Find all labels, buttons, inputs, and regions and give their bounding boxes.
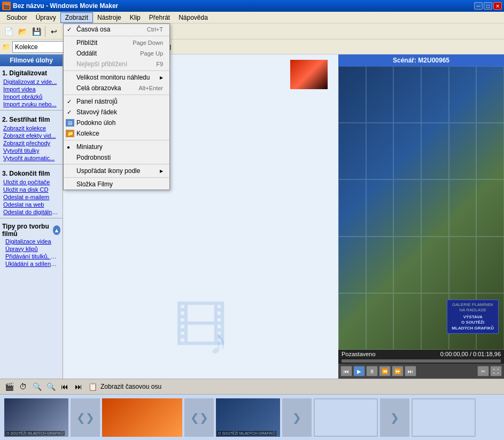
ctrl-prev-start[interactable]: ⏮ <box>340 366 352 376</box>
sidebar-tips: Tipy pro tvorbu filmů ▲ Digitalizace vid… <box>0 221 63 270</box>
ctrl-next-end[interactable]: ⏭ <box>405 366 416 376</box>
timeline-btn-1[interactable]: 🎬 <box>3 381 15 392</box>
sidebar-section-1: 1. Digitalizovat <box>0 66 63 78</box>
sidebar-link-odeslat-web[interactable]: Odeslat na web <box>0 201 63 208</box>
ctrl-fullscreen[interactable]: ⛶ <box>490 366 502 376</box>
casova-osa-shortcut: Ctrl+T <box>147 26 163 33</box>
ctrl-pause[interactable]: ⏸ <box>366 366 378 376</box>
ctrl-play[interactable]: ▶ <box>353 366 365 376</box>
collection-value: Kolekce <box>15 43 38 51</box>
dropdown-sep-1 <box>64 36 169 36</box>
timeline-thumb-3[interactable]: O SOUTĚŽI MLADÝCH GRAFIKŮ <box>216 398 280 437</box>
timeline-btn-zoom-out[interactable]: 🔍 <box>31 381 43 392</box>
menu-soubor[interactable]: Soubor <box>2 12 32 23</box>
sidebar-link-import-obrazku[interactable]: Import obrázků <box>0 93 63 100</box>
sidebar-link-zobrazit-efekty[interactable]: Zobrazit efekty vid... <box>0 132 63 139</box>
menu-podokno-uloh[interactable]: ▤ Podokno úloh <box>64 117 169 128</box>
menu-cela-obrazovka[interactable]: Celá obrazovka Alt+Enter <box>64 83 169 93</box>
timeline-btn-zoom-in[interactable]: 🔍 <box>45 381 57 392</box>
menu-miniatury[interactable]: Miniatury <box>64 142 169 152</box>
timeline-btn-next[interactable]: ⏭ <box>73 381 84 392</box>
ctrl-prev-frame[interactable]: ⏪ <box>379 366 391 376</box>
tips-link-digitalizace[interactable]: Digitalizace videa <box>2 238 60 245</box>
preview-progress-bar[interactable] <box>342 359 501 363</box>
menu-nastroje[interactable]: Nástroje <box>93 12 126 23</box>
sidebar-link-import-zvuku[interactable]: Import zvuku nebo... <box>0 100 63 108</box>
thumb-label-1: O SOUTĚŽI MLADÝCH GRAFIKŮ <box>5 431 65 436</box>
menu-nejlepsi: Nejlepší přiblížení F9 <box>64 59 169 69</box>
storyboard-toggle[interactable]: 📋 <box>87 381 98 392</box>
dropdown-sep-6 <box>64 177 169 178</box>
sidebar-link-vytvorit-auto[interactable]: Vytvořit automatic... <box>0 154 63 162</box>
dropdown-sep-2 <box>64 70 169 71</box>
sidebar-link-zobrazit-prechody[interactable]: Zobrazit přechody <box>0 139 63 147</box>
menu-zobrazit[interactable]: Zobrazit <box>60 12 93 23</box>
menu-priblizit[interactable]: Přiblížit Page Down <box>64 37 169 48</box>
sidebar-link-odeslat-email[interactable]: Odeslat e-mailem <box>0 193 63 201</box>
sidebar-link-digitalizovat-vide[interactable]: Digitalizovat z vide... <box>0 78 63 85</box>
preview-sign: GALERIE PLAMÍNEK NA RADLASE VÝSTAVA O SO… <box>447 300 499 334</box>
open-button[interactable]: 📂 <box>16 25 29 38</box>
title-bar-text: Bez názvu - Windows Movie Maker <box>13 2 118 10</box>
menu-oddalit[interactable]: Oddálit Page Up <box>64 48 169 59</box>
window-cell <box>338 123 366 179</box>
save-button[interactable]: 💾 <box>30 25 43 38</box>
menu-stavovy-radek[interactable]: Stavový řádek <box>64 107 169 117</box>
window-cell <box>421 66 449 123</box>
menu-slozka-filmy[interactable]: Složka Filmy <box>64 179 169 190</box>
window-cell <box>338 293 366 350</box>
oddalit-shortcut: Page Up <box>140 50 163 57</box>
bottom-toolbar: 🎬 ⏱ 🔍 🔍 ⏮ ⏭ 📋 Zobrazit časovou osu <box>0 379 504 395</box>
ctrl-split[interactable]: ✂ <box>477 366 489 376</box>
panel-label: Panel nástrojů <box>76 98 118 105</box>
window-cell <box>476 123 504 179</box>
tips-link-ukladani[interactable]: Ukládání a sdílení filmů <box>2 260 60 268</box>
nejlepsi-label: Nejlepší přiblížení <box>76 60 127 68</box>
tips-title: Tipy pro tvorbu filmů <box>2 223 53 238</box>
oddalit-label: Oddálit <box>76 50 97 57</box>
timeline-btn-2[interactable]: ⏱ <box>17 381 29 392</box>
collection-label: 📁 <box>2 43 10 51</box>
menu-upravy[interactable]: Úpravy <box>32 12 60 23</box>
sidebar-divider-1 <box>0 110 63 111</box>
minimize-button[interactable]: ─ <box>474 2 483 10</box>
menu-usporadat[interactable]: Uspořádat ikony podle <box>64 166 169 176</box>
maximize-button[interactable]: □ <box>484 2 492 10</box>
sign-line1: VÝSTAVA <box>452 315 494 320</box>
zobrazit-dropdown: Časová osa Ctrl+T Přiblížit Page Down Od… <box>63 23 170 190</box>
menu-panel-nastroju[interactable]: Panel nástrojů <box>64 96 169 107</box>
window-cell <box>449 237 477 293</box>
preview-panel: Scénář: M2U00965 <box>338 54 504 379</box>
window-cell <box>449 179 477 236</box>
sidebar-link-import-videa[interactable]: Import videa <box>0 85 63 93</box>
undo-button[interactable]: ↩ <box>48 25 60 38</box>
tips-link-pridavani[interactable]: Přidávání titulků, efektů a přechodů <box>2 253 60 260</box>
tips-link-upravy[interactable]: Úpravy klipů <box>2 245 60 253</box>
preview-video: GALERIE PLAMÍNEK NA RADLASE VÝSTAVA O SO… <box>338 66 504 350</box>
slozka-label: Složka Filmy <box>76 180 113 188</box>
casova-osa-label: Časová osa <box>76 26 110 33</box>
sidebar-link-ulozit-pocitace[interactable]: Uložit do počítače <box>0 178 63 186</box>
close-button[interactable]: ✕ <box>493 2 502 10</box>
timeline-empty-2 <box>412 398 476 437</box>
podokno-label: Podokno úloh <box>76 119 115 127</box>
timeline-thumb-2[interactable] <box>102 398 182 437</box>
timeline-thumb-1[interactable]: O SOUTĚŽI MLADÝCH GRAFIKŮ <box>4 398 68 437</box>
menu-kolekce-item[interactable]: 📁 Kolekce <box>64 128 169 139</box>
new-button[interactable]: 📄 <box>2 25 15 38</box>
menu-napoveda[interactable]: Nápověda <box>174 12 212 23</box>
menu-velikost-monitoru[interactable]: Velikost monitoru náhledu <box>64 72 169 83</box>
menu-klip[interactable]: Klip <box>126 12 145 23</box>
window-cell <box>421 179 449 236</box>
timeline-arrow-4: ❯ <box>380 398 409 437</box>
sidebar-link-zobrazit-kolekce[interactable]: Zobrazit kolekce <box>0 124 63 132</box>
menu-casova-osa[interactable]: Časová osa Ctrl+T <box>64 24 169 35</box>
menu-podrobnosti[interactable]: Podrobnosti <box>64 152 169 163</box>
ctrl-next-frame[interactable]: ⏩ <box>392 366 404 376</box>
sidebar-link-ulozit-cd[interactable]: Uložit na disk CD <box>0 186 63 193</box>
sidebar-link-vytvorit-titulky[interactable]: Vytvořit titulky <box>0 147 63 154</box>
sidebar-link-odeslat-kamera[interactable]: Odeslat do digitální videokamery <box>0 208 63 216</box>
velikost-label: Velikost monitoru náhledu <box>76 74 150 81</box>
menu-prehrat[interactable]: Přehrát <box>145 12 174 23</box>
timeline-btn-prev[interactable]: ⏮ <box>59 381 71 392</box>
